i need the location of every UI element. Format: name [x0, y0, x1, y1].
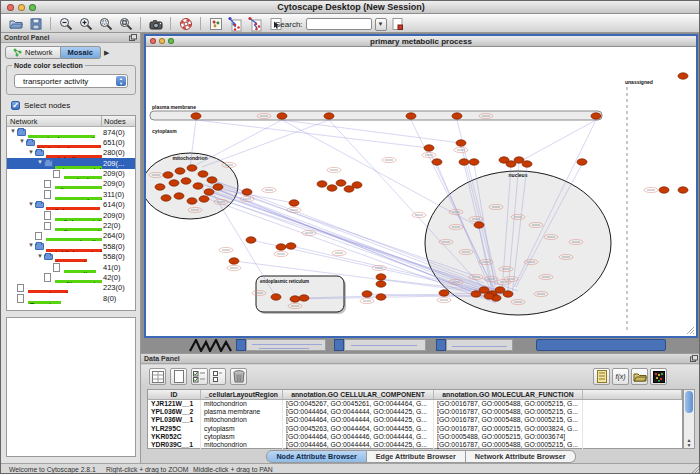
table-column-header[interactable]: annotation.GO CELLULAR_COMPONENT	[283, 390, 434, 399]
network-node[interactable]	[187, 198, 197, 204]
network-node[interactable]	[678, 73, 688, 79]
tree-row-transport[interactable]: ▼transport558(0)	[7, 252, 135, 262]
table-column-header[interactable]: _cellularLayoutRegion	[201, 390, 283, 399]
help-lifering-icon[interactable]	[177, 16, 194, 32]
attribute-checklist-icon[interactable]	[191, 368, 208, 385]
tab-network[interactable]: Network	[5, 46, 61, 59]
network-node[interactable]	[324, 113, 334, 119]
select-nodes-checkbox[interactable]: ✓	[11, 101, 20, 110]
network-canvas[interactable]: plasma membranecytoplasmendoplasmic reti…	[146, 47, 696, 336]
region-plasma-membrane[interactable]	[150, 111, 602, 120]
network-node[interactable]	[591, 113, 601, 119]
tree-row-macromolecule[interactable]: macromolecule311(0)	[7, 189, 135, 199]
disclosure-icon[interactable]: ▼	[37, 159, 43, 165]
search-dropdown-button[interactable]: ▼	[375, 18, 387, 31]
tree-row-nucleobase-[interactable]: nucleobase-209(0)	[7, 169, 135, 179]
network-node[interactable]	[503, 291, 513, 297]
network-node[interactable]	[317, 181, 327, 187]
network-node[interactable]	[187, 165, 197, 171]
attribute-checklist-small-icon[interactable]	[209, 368, 226, 385]
network-node[interactable]	[246, 237, 256, 243]
attribute-matrix-icon[interactable]	[650, 368, 667, 385]
disclosure-icon[interactable]: ▼	[19, 138, 25, 144]
search-input[interactable]	[306, 18, 372, 30]
table-column-header[interactable]: ID	[148, 390, 201, 399]
delete-attribute-icon[interactable]	[230, 368, 247, 385]
zoom-fit-icon[interactable]	[117, 16, 134, 32]
network-node[interactable]	[362, 291, 372, 297]
network-node[interactable]	[174, 193, 184, 199]
network-node[interactable]	[271, 294, 281, 300]
network-node[interactable]	[169, 180, 179, 186]
network-node[interactable]	[191, 113, 201, 119]
table-column-header[interactable]: annotation.GO MOLECULAR_FUNCTION	[434, 390, 583, 399]
resize-grip-icon[interactable]	[691, 465, 700, 474]
save-icon[interactable]	[27, 16, 44, 32]
birdseye-view[interactable]	[6, 317, 136, 457]
float-panel-icon[interactable]	[690, 355, 698, 362]
network-node[interactable]	[459, 159, 469, 165]
table-row[interactable]: YDR039C__1mitochondrion[GO:0044464, GO:0…	[148, 441, 682, 449]
zoom-selected-icon[interactable]	[97, 16, 114, 32]
network-node[interactable]	[659, 187, 669, 193]
network-node[interactable]	[678, 187, 688, 193]
open-file-icon[interactable]	[7, 16, 24, 32]
network-node[interactable]	[432, 159, 442, 165]
network-node[interactable]	[577, 159, 587, 165]
network-node[interactable]	[242, 189, 252, 195]
tree-row-response-to-stimulu[interactable]: response to stimulu264(0)	[7, 231, 135, 241]
network-node[interactable]	[204, 189, 214, 195]
network-node[interactable]	[155, 184, 165, 190]
float-panel-icon[interactable]	[129, 34, 137, 41]
network-node[interactable]	[213, 184, 223, 190]
network-node[interactable]	[299, 295, 309, 301]
tree-col-nodes[interactable]: Nodes	[104, 117, 126, 126]
new-attribute-icon[interactable]	[170, 368, 187, 385]
disclosure-icon[interactable]: ▼	[10, 128, 16, 134]
tab-mosaic[interactable]: Mosaic	[61, 46, 101, 59]
tree-row-biological-process[interactable]: ▼biological_process651(0)	[7, 137, 135, 147]
import-attributes-icon[interactable]	[631, 368, 648, 385]
network-node[interactable]	[229, 258, 239, 264]
resize-grip-icon[interactable]	[686, 326, 695, 335]
network-node[interactable]	[484, 293, 494, 299]
disclosure-icon[interactable]: ▼	[37, 253, 43, 259]
network-node[interactable]	[327, 185, 337, 191]
network-node[interactable]	[286, 243, 296, 249]
tab-node-attribute-browser[interactable]: Node Attribute Browser	[266, 450, 366, 463]
tree-row-cellular-process[interactable]: ▼cellular process614(0)	[7, 200, 135, 210]
zoom-out-icon[interactable]	[57, 16, 74, 32]
network-node[interactable]	[452, 113, 462, 119]
network-node[interactable]	[439, 290, 449, 296]
network-node[interactable]	[352, 182, 362, 188]
network-node[interactable]	[163, 172, 173, 178]
disclosure-icon[interactable]: ▼	[28, 149, 34, 155]
background-window-fragment[interactable]	[536, 339, 666, 351]
table-row[interactable]: YLR295Ccytoplasm[GO:0045263, GO:0044464,…	[148, 425, 682, 433]
network-node[interactable]	[276, 244, 286, 250]
network-node[interactable]	[336, 180, 346, 186]
tree-row-multi-organism-pro[interactable]: multi-organism pro42(0)	[7, 272, 135, 282]
network-node[interactable]	[474, 222, 484, 228]
network-node[interactable]	[181, 178, 191, 184]
table-row[interactable]: YKR052Ccytoplasm[GO:0044464, GO:0044446,…	[148, 433, 682, 441]
disclosure-icon[interactable]: ▼	[28, 201, 34, 207]
background-window-fragment[interactable]	[436, 339, 446, 351]
network-node[interactable]	[376, 274, 386, 280]
table-column-header[interactable]	[583, 390, 682, 399]
network-node[interactable]	[193, 183, 203, 189]
tree-row-primary-metabolic[interactable]: ▼primary metabolic209(...	[7, 158, 135, 168]
table-row[interactable]: YPL036W__1mitochondrion[GO:0044464, GO:0…	[148, 416, 682, 424]
background-window-fragment[interactable]	[236, 339, 246, 351]
network-node[interactable]	[376, 294, 386, 300]
network-node[interactable]	[290, 296, 300, 302]
tree-row-mosaic-demo-yeast[interactable]: ▼mosaic-demo-yeast874(0)	[7, 127, 135, 137]
network-panel-icon[interactable]	[207, 16, 224, 32]
layout-2-icon[interactable]	[247, 16, 264, 32]
background-window-fragment[interactable]	[246, 339, 326, 351]
background-window-fragment[interactable]	[344, 339, 426, 351]
background-window-fragment[interactable]	[446, 339, 513, 351]
network-node[interactable]	[424, 145, 434, 151]
attribute-list-icon[interactable]	[593, 368, 610, 385]
network-node[interactable]	[376, 281, 386, 287]
